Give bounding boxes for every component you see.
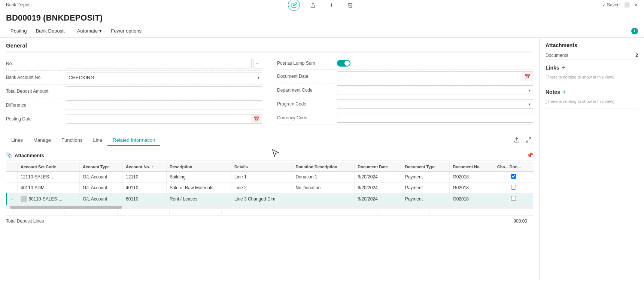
th-account-set-code[interactable]: Account Set Code: [18, 162, 80, 172]
tab-functions[interactable]: Functions: [56, 135, 88, 146]
saved-label: ✓ Saved: [602, 2, 620, 7]
resize-icon[interactable]: ⬜: [624, 2, 630, 7]
svg-line-5: [526, 140, 528, 142]
bank-deposit-button[interactable]: Bank Deposit: [31, 26, 69, 36]
paperclip-icon: 📎: [6, 152, 12, 158]
horizontal-scrollbar[interactable]: [6, 205, 533, 209]
account-type: G/L Account: [80, 183, 123, 193]
row-indicator: [6, 183, 18, 193]
document-calendar-icon[interactable]: 📅: [522, 72, 533, 81]
change-donation[interactable]: [494, 183, 533, 193]
edit-icon[interactable]: [288, 0, 300, 11]
toggle-knob: [344, 61, 350, 66]
details: Line 2: [231, 183, 292, 193]
sidebar-documents-count: 2: [635, 53, 638, 58]
top-bar-actions: [288, 0, 356, 11]
table-row[interactable]: 12110-SALES-... G/L Account12110Building…: [6, 172, 533, 183]
fewer-options-button[interactable]: Fewer options: [106, 26, 146, 36]
total-deposit-amount-input[interactable]: 900.00: [66, 86, 262, 96]
delete-icon[interactable]: [344, 0, 356, 11]
document-date: 6/20/2024: [355, 193, 402, 205]
table-row[interactable]: 40110-ADM-... G/L Account40110Sale of Ra…: [6, 183, 533, 193]
th-row-indicator: [6, 162, 18, 172]
tab-line[interactable]: Line: [88, 135, 107, 146]
th-details[interactable]: Details: [231, 162, 292, 172]
th-account-no[interactable]: Account No. ↑: [123, 162, 167, 172]
sidebar: Attachments Documents 2 Links + (There i…: [539, 38, 644, 280]
change-donation[interactable]: [494, 172, 533, 183]
posting-button[interactable]: Posting: [6, 26, 31, 36]
top-bar-right: ✓ Saved ⬜ ✕: [602, 2, 638, 7]
change-donation[interactable]: [494, 193, 533, 205]
difference-control: 0.00: [66, 100, 262, 110]
notes-add-button[interactable]: +: [562, 89, 566, 95]
table-header: Account Set Code Account Type Account No…: [6, 162, 533, 172]
th-change-donation[interactable]: Cha... Don...: [494, 162, 533, 172]
change-donation-checkbox[interactable]: [511, 196, 516, 201]
export-icon[interactable]: [512, 136, 521, 145]
account-set-code: 40110-ADM-...: [18, 183, 80, 193]
tab-lines[interactable]: Lines: [6, 135, 28, 146]
donation-description: Donation 1: [292, 172, 355, 183]
no-input[interactable]: BD00019: [66, 59, 252, 68]
add-icon[interactable]: [325, 0, 337, 11]
donation-description: No Donation: [292, 183, 355, 193]
tab-related-information[interactable]: Related Information: [107, 135, 160, 146]
th-document-date[interactable]: Document Date: [355, 162, 402, 172]
th-donation-description[interactable]: Donation Description: [292, 162, 355, 172]
document-date-field[interactable]: 6/20/2024 📅: [337, 71, 533, 81]
program-code-row: Program Code ▾: [277, 97, 533, 111]
pin-icon[interactable]: 📌: [527, 152, 533, 158]
table-body: 12110-SALES-... G/L Account12110Building…: [6, 172, 533, 205]
no-ellipsis-button[interactable]: ···: [253, 59, 262, 68]
tab-manage[interactable]: Manage: [28, 135, 56, 146]
th-description[interactable]: Description: [166, 162, 231, 172]
sidebar-links-title-label: Links: [546, 65, 559, 71]
total-deposit-amount-row: Total Deposit Amount 900.00: [6, 85, 262, 98]
program-code-select[interactable]: ▾: [337, 99, 533, 109]
info-dot: i: [631, 28, 638, 34]
posting-date-input[interactable]: 6/20/2024: [66, 114, 251, 124]
chevron-down-icon: ▾: [258, 76, 259, 80]
th-document-type[interactable]: Document Type: [402, 162, 450, 172]
app-title: Bank Deposit: [6, 2, 33, 7]
close-icon[interactable]: ✕: [634, 2, 638, 7]
posting-date-field[interactable]: 6/20/2024 📅: [66, 114, 262, 124]
currency-code-label: Currency Code: [277, 115, 337, 120]
sidebar-notes-title-label: Notes: [546, 89, 560, 95]
posting-date-label: Posting Date: [6, 116, 66, 122]
fullscreen-icon[interactable]: [524, 136, 533, 145]
svg-line-4: [529, 138, 531, 140]
links-add-button[interactable]: +: [562, 64, 565, 71]
account-no: 40110: [123, 183, 167, 193]
calendar-icon[interactable]: 📅: [251, 114, 262, 123]
context-menu-button[interactable]: ···: [21, 196, 27, 202]
table-row[interactable]: → ··· 60110-SALES-... G/L Account60110Re…: [6, 193, 533, 205]
details: Line 1: [231, 172, 292, 183]
left-column: No. BD00019 ··· Bank Account No. CHECKIN…: [6, 57, 262, 126]
post-as-lump-sum-control: [337, 60, 533, 67]
th-account-type[interactable]: Account Type: [80, 162, 123, 172]
sidebar-links-empty: (There is nothing to show in this view): [546, 73, 638, 84]
post-as-lump-sum-label: Post as Lump Sum: [277, 61, 337, 66]
currency-code-input: [337, 113, 533, 123]
change-donation-checkbox[interactable]: [511, 174, 516, 179]
change-donation-checkbox[interactable]: [511, 185, 516, 190]
document-date-input[interactable]: 6/20/2024: [337, 71, 522, 81]
automate-button[interactable]: Automate ▾: [73, 26, 107, 36]
department-code-select[interactable]: ▾: [337, 85, 533, 95]
attachments-title: Attachments: [15, 153, 44, 158]
scrollbar-thumb[interactable]: [10, 206, 122, 209]
bank-account-no-select[interactable]: CHECKING ▾: [66, 73, 262, 82]
document-type: Payment: [402, 183, 450, 193]
row-indicator: [6, 172, 18, 183]
department-code-control: ▾: [337, 85, 533, 95]
posting-date-control: 6/20/2024 📅: [66, 114, 262, 124]
currency-code-row: Currency Code: [277, 111, 533, 125]
share-icon[interactable]: [307, 0, 319, 11]
th-document-no[interactable]: Document No.: [450, 162, 494, 172]
empty-row-table: [6, 210, 533, 215]
post-as-lump-sum-toggle[interactable]: [337, 60, 350, 67]
program-code-label: Program Code: [277, 101, 337, 107]
details: Line 3 Changed Dim: [231, 193, 292, 205]
